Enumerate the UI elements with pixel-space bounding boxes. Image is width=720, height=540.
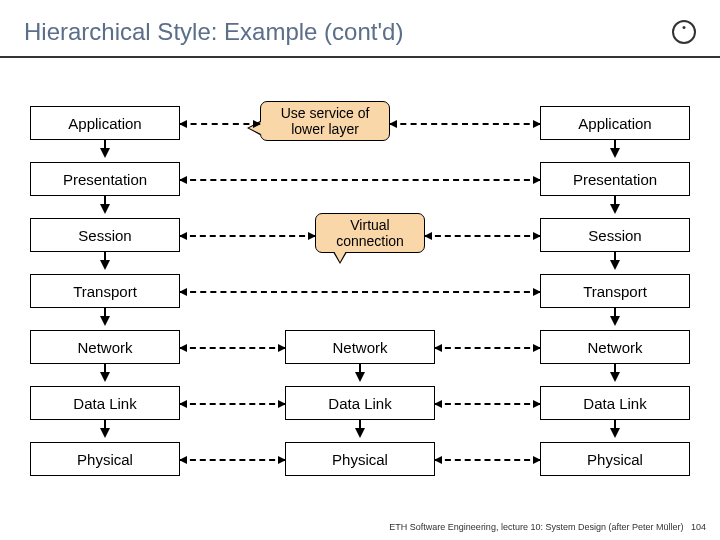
net-dash-l bbox=[180, 347, 285, 349]
middle-network-box: Network bbox=[285, 330, 435, 364]
middle-datalink-box: Data Link bbox=[285, 386, 435, 420]
right-network-box: Network bbox=[540, 330, 690, 364]
right-transport-box: Transport bbox=[540, 274, 690, 308]
right-physical-box: Physical bbox=[540, 442, 690, 476]
right-session-box: Session bbox=[540, 218, 690, 252]
use-service-callout: Use service of lower layer bbox=[260, 101, 390, 141]
left-transport-box: Transport bbox=[30, 274, 180, 308]
osi-diagram: Application Use service of lower layer A… bbox=[0, 58, 720, 490]
layer-row-transport: Transport Transport bbox=[30, 266, 690, 322]
layer-row-physical: Physical Physical Physical bbox=[30, 434, 690, 490]
app-dash-right bbox=[390, 123, 540, 125]
right-application-box: Application bbox=[540, 106, 690, 140]
phys-dash-l bbox=[180, 459, 285, 461]
phys-dash-r bbox=[435, 459, 540, 461]
right-datalink-box: Data Link bbox=[540, 386, 690, 420]
sess-dash-left bbox=[180, 235, 315, 237]
callout-tail-icon bbox=[334, 251, 346, 262]
sess-dash-right bbox=[425, 235, 540, 237]
layer-row-session: Session Virtual connection Session bbox=[30, 210, 690, 266]
left-datalink-box: Data Link bbox=[30, 386, 180, 420]
left-network-box: Network bbox=[30, 330, 180, 364]
dl-dash-r bbox=[435, 403, 540, 405]
layer-row-network: Network Network Network bbox=[30, 322, 690, 378]
page-number: 104 bbox=[691, 522, 706, 532]
left-session-box: Session bbox=[30, 218, 180, 252]
slide-header: Hierarchical Style: Example (cont'd) bbox=[0, 0, 720, 58]
layer-row-application: Application Use service of lower layer A… bbox=[30, 98, 690, 154]
left-physical-box: Physical bbox=[30, 442, 180, 476]
layer-row-datalink: Data Link Data Link Data Link bbox=[30, 378, 690, 434]
left-presentation-box: Presentation bbox=[30, 162, 180, 196]
slide-footer: ETH Software Engineering, lecture 10: Sy… bbox=[389, 522, 706, 532]
left-application-box: Application bbox=[30, 106, 180, 140]
net-dash-r bbox=[435, 347, 540, 349]
eth-logo-icon bbox=[672, 20, 696, 44]
app-dash-left bbox=[180, 123, 260, 125]
virtual-connection-callout: Virtual connection bbox=[315, 213, 425, 253]
virtual-connection-text: Virtual connection bbox=[336, 217, 404, 249]
trans-dash bbox=[180, 291, 540, 293]
right-presentation-box: Presentation bbox=[540, 162, 690, 196]
middle-physical-box: Physical bbox=[285, 442, 435, 476]
footer-text: ETH Software Engineering, lecture 10: Sy… bbox=[389, 522, 683, 532]
dl-dash-l bbox=[180, 403, 285, 405]
use-service-text: Use service of lower layer bbox=[281, 105, 370, 137]
layer-row-presentation: Presentation Presentation bbox=[30, 154, 690, 210]
slide-title: Hierarchical Style: Example (cont'd) bbox=[24, 18, 403, 46]
pres-dash bbox=[180, 179, 540, 181]
